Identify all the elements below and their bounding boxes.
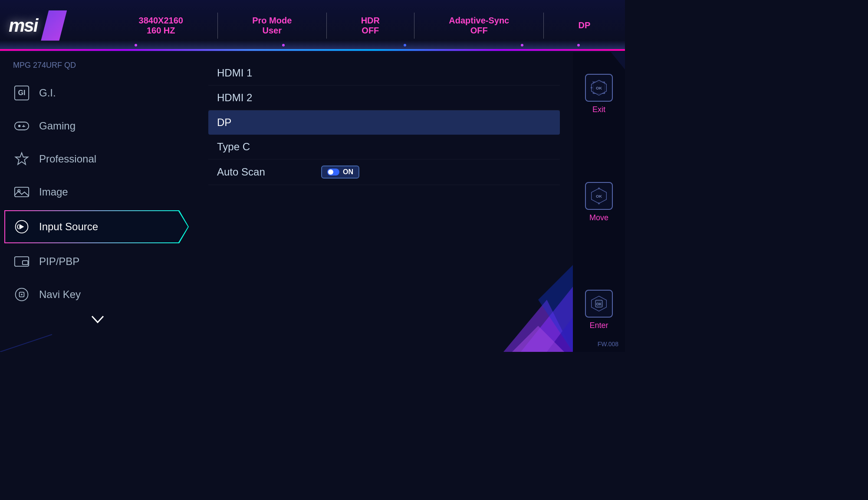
input-source-icon: [13, 218, 30, 235]
main-content: MPG 274URF QD GI G.I. Gaming: [0, 52, 625, 352]
dot-5: [577, 44, 580, 46]
scroll-down-arrow[interactable]: [0, 311, 195, 331]
enter-label: Enter: [589, 321, 608, 330]
svg-rect-13: [22, 126, 25, 127]
pro-mode-info[interactable]: Pro Mode User: [252, 16, 292, 36]
adaptive-sync-value: OFF: [449, 26, 509, 36]
toggle-dot: [328, 169, 333, 175]
toggle-indicator: [327, 169, 339, 175]
divider-3: [414, 13, 414, 39]
svg-rect-15: [15, 187, 29, 197]
adaptive-sync-info[interactable]: Adaptive-Sync OFF: [449, 16, 509, 36]
exit-icon: OK: [585, 74, 613, 102]
divider-4: [543, 13, 544, 39]
dot-3: [404, 44, 406, 46]
content-item-typec[interactable]: Type C: [208, 135, 560, 159]
resolution-info[interactable]: 3840X2160 160 HZ: [139, 16, 183, 36]
divider-1: [217, 13, 218, 39]
pro-mode-label: Pro Mode: [252, 16, 292, 26]
svg-point-22: [21, 294, 23, 295]
svg-text:OK: OK: [596, 194, 602, 199]
hdr-value: OFF: [361, 26, 380, 36]
hdmi2-label: HDMI 2: [208, 92, 295, 104]
star-icon: [13, 150, 30, 168]
svg-text:OK: OK: [596, 86, 602, 90]
typec-label: Type C: [208, 141, 295, 153]
navi-key-label: Navi Key: [39, 288, 81, 301]
gamepad-icon: [13, 117, 30, 135]
gaming-label: Gaming: [39, 120, 76, 132]
header-dots: [0, 44, 625, 47]
content-item-autoscan[interactable]: Auto Scan ON: [208, 159, 560, 185]
msi-logo: msi: [9, 15, 37, 36]
toggle-text: ON: [343, 168, 353, 176]
header-info: 3840X2160 160 HZ Pro Mode User HDR OFF A…: [113, 13, 616, 39]
svg-point-11: [18, 125, 20, 127]
move-label: Move: [589, 213, 608, 222]
enter-button[interactable]: OK Enter: [585, 290, 613, 330]
move-button[interactable]: OK Move: [585, 182, 613, 222]
divider-2: [326, 13, 327, 39]
right-panel: OK Exit OK: [573, 52, 625, 352]
active-item-bg: Input Source: [5, 211, 188, 242]
svg-marker-14: [16, 153, 28, 165]
sidebar-item-pip-pbp[interactable]: PIP/PBP: [0, 245, 195, 278]
content-panel: HDMI 1 HDMI 2 DP Type C Auto Scan ON: [195, 52, 573, 352]
svg-text:GI: GI: [18, 89, 25, 96]
dot-4: [521, 44, 523, 46]
logo-shape: [41, 10, 67, 41]
exit-label: Exit: [592, 105, 605, 114]
logo-area: msi: [9, 10, 113, 41]
dp-label: DP: [217, 116, 304, 129]
sidebar-item-image[interactable]: Image: [0, 175, 195, 209]
content-item-hdmi2[interactable]: HDMI 2: [208, 86, 560, 110]
hdr-info[interactable]: HDR OFF: [361, 16, 380, 36]
move-icon: OK: [585, 182, 613, 210]
header: msi 3840X2160 160 HZ Pro Mode User HDR O…: [0, 0, 625, 52]
monitor-model: MPG 274URF QD: [0, 61, 195, 76]
input-info[interactable]: DP: [579, 20, 591, 30]
image-icon: [13, 183, 30, 201]
resolution-label: 3840X2160: [139, 16, 183, 26]
header-line: [0, 49, 625, 51]
active-item-border: Input Source: [4, 210, 189, 243]
enter-icon: OK: [585, 290, 613, 318]
refresh-value: 160 HZ: [139, 26, 183, 36]
input-label: DP: [579, 20, 591, 30]
svg-rect-19: [23, 261, 28, 265]
sidebar-item-navi-key[interactable]: Navi Key: [0, 278, 195, 311]
exit-button[interactable]: OK Exit: [585, 74, 613, 114]
navi-icon: [13, 286, 30, 303]
autoscan-toggle[interactable]: ON: [321, 166, 359, 179]
dot-2: [282, 44, 285, 46]
image-label: Image: [39, 186, 68, 198]
svg-rect-10: [15, 122, 29, 130]
sidebar-item-gaming[interactable]: Gaming: [0, 109, 195, 142]
content-item-dp[interactable]: DP: [208, 110, 560, 135]
sidebar-item-professional[interactable]: Professional: [0, 142, 195, 175]
gi-icon: GI: [13, 84, 30, 102]
firmware-label: FW.008: [598, 341, 618, 348]
pip-icon: [13, 253, 30, 270]
pro-mode-value: User: [252, 26, 292, 36]
hdr-label: HDR: [361, 16, 380, 26]
sidebar-item-gi[interactable]: GI G.I.: [0, 76, 195, 109]
hdmi1-label: HDMI 1: [208, 67, 295, 79]
sidebar-item-input-source-wrapper[interactable]: Input Source: [4, 210, 189, 243]
professional-label: Professional: [39, 153, 96, 165]
autoscan-label: Auto Scan: [208, 166, 295, 178]
gi-label: G.I.: [39, 87, 56, 99]
input-source-label: Input Source: [39, 221, 98, 233]
sidebar: MPG 274URF QD GI G.I. Gaming: [0, 52, 195, 352]
content-item-hdmi1[interactable]: HDMI 1: [208, 61, 560, 86]
svg-text:OK: OK: [596, 302, 602, 306]
pip-pbp-label: PIP/PBP: [39, 255, 79, 268]
dot-1: [135, 44, 137, 46]
adaptive-sync-label: Adaptive-Sync: [449, 16, 509, 26]
